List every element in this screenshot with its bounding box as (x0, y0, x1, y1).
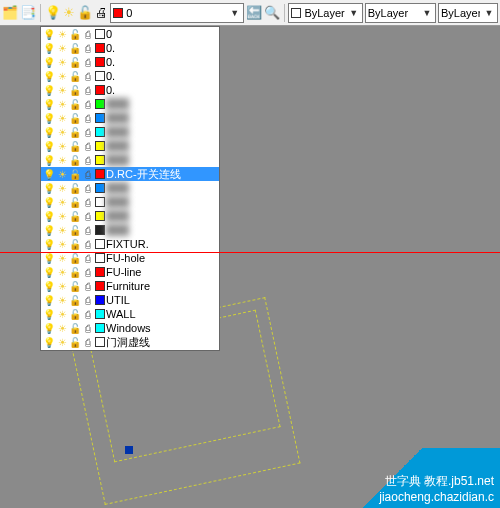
lock-icon: 🔓 (69, 70, 81, 82)
plot-icon: ⎙ (82, 168, 94, 180)
layer-row[interactable]: 💡☀🔓⎙███ (41, 125, 219, 139)
lock-icon: 🔓 (69, 322, 81, 334)
sun-icon: ☀ (56, 252, 68, 264)
bulb-icon: 💡 (43, 252, 55, 264)
selection-grip[interactable] (125, 446, 133, 454)
layer-states-icon[interactable]: 📑 (20, 5, 36, 21)
layer-name: ███ (106, 140, 129, 152)
plot-icon: ⎙ (82, 140, 94, 152)
layer-color-swatch (95, 211, 105, 221)
layer-combo[interactable]: 0 ▼ (110, 3, 243, 23)
layer-row[interactable]: 💡☀🔓⎙0. (41, 69, 219, 83)
layer-name: 0. (106, 70, 115, 82)
bulb-icon: 💡 (43, 70, 55, 82)
plot-icon: ⎙ (82, 98, 94, 110)
layer-prev-icon[interactable]: 🔙 (246, 5, 262, 21)
bulb-icon: 💡 (43, 56, 55, 68)
layer-swatch (113, 8, 123, 18)
lock-icon: 🔓 (69, 140, 81, 152)
linetype-combo[interactable]: ByLayer ▼ (365, 3, 436, 23)
guide-line (0, 252, 500, 253)
bulb-icon: 💡 (43, 42, 55, 54)
plot-icon: ⎙ (82, 210, 94, 222)
lock-icon: 🔓 (69, 98, 81, 110)
layer-row[interactable]: 💡☀🔓⎙███ (41, 223, 219, 237)
layer-row[interactable]: 💡☀🔓⎙0. (41, 83, 219, 97)
layer-color-swatch (95, 85, 105, 95)
layer-row[interactable]: 💡☀🔓⎙███ (41, 97, 219, 111)
sun-icon: ☀ (56, 266, 68, 278)
plot-icon: ⎙ (82, 154, 94, 166)
color-combo[interactable]: ByLayer ▼ (288, 3, 362, 23)
layer-row[interactable]: 💡☀🔓⎙0. (41, 55, 219, 69)
bulb-icon: 💡 (43, 224, 55, 236)
lock-icon: 🔓 (69, 168, 81, 180)
layer-row[interactable]: 💡☀🔓⎙Furniture (41, 279, 219, 293)
bulb-icon: 💡 (43, 294, 55, 306)
bulb-icon[interactable]: 💡 (45, 5, 61, 21)
layer-row[interactable]: 💡☀🔓⎙FU-hole (41, 251, 219, 265)
lock-icon: 🔓 (69, 280, 81, 292)
linetype-combo-text: ByLayer (368, 7, 418, 19)
lock-icon: 🔓 (69, 112, 81, 124)
layer-name: 门洞虚线 (106, 335, 150, 350)
lock-icon: 🔓 (69, 308, 81, 320)
chevron-down-icon: ▼ (348, 8, 360, 18)
layer-row[interactable]: 💡☀🔓⎙███ (41, 111, 219, 125)
layer-row[interactable]: 💡☀🔓⎙Windows (41, 321, 219, 335)
lock-icon: 🔓 (69, 238, 81, 250)
layer-color-swatch (95, 29, 105, 39)
plot-icon: ⎙ (82, 308, 94, 320)
layer-name: ███ (106, 154, 129, 166)
bulb-icon: 💡 (43, 140, 55, 152)
layer-row[interactable]: 💡☀🔓⎙FIXTUR. (41, 237, 219, 251)
layer-name: Windows (106, 322, 151, 334)
layer-color-swatch (95, 253, 105, 263)
layer-name: UTIL (106, 294, 130, 306)
layer-row[interactable]: 💡☀🔓⎙D.RC-开关连线 (41, 167, 219, 181)
plot-icon: ⎙ (82, 42, 94, 54)
layer-row[interactable]: 💡☀🔓⎙███ (41, 181, 219, 195)
plot-icon[interactable]: 🖨 (95, 5, 108, 21)
chevron-down-icon: ▼ (421, 8, 433, 18)
sun-icon: ☀ (56, 98, 68, 110)
lock-icon: 🔓 (69, 350, 81, 351)
layer-row[interactable]: 💡☀🔓⎙███ (41, 195, 219, 209)
plot-icon: ⎙ (82, 112, 94, 124)
sun-icon: ☀ (56, 238, 68, 250)
layer-name: 0. (106, 84, 115, 96)
layer-name: FIXTUR. (106, 238, 149, 250)
layer-row[interactable]: 💡☀🔓⎙WALL (41, 307, 219, 321)
layer-dropdown-list[interactable]: 💡☀🔓⎙0💡☀🔓⎙0.💡☀🔓⎙0.💡☀🔓⎙0.💡☀🔓⎙0.💡☀🔓⎙███💡☀🔓⎙… (40, 26, 220, 351)
layer-row[interactable]: 💡☀🔓⎙FU-line (41, 265, 219, 279)
lock-icon: 🔓 (69, 210, 81, 222)
layer-name: 0. (106, 56, 115, 68)
lineweight-combo[interactable]: ByLayer ▼ (438, 3, 498, 23)
sun-icon[interactable]: ☀ (63, 5, 75, 21)
layer-row[interactable]: 💡☀🔓⎙███ (41, 209, 219, 223)
layer-row[interactable]: 💡☀🔓⎙███ (41, 153, 219, 167)
layer-name: ███ (106, 182, 129, 194)
layer-row[interactable]: 💡☀🔓⎙UTIL (41, 293, 219, 307)
plot-icon: ⎙ (82, 224, 94, 236)
sun-icon: ☀ (56, 308, 68, 320)
layer-name: ███ (106, 196, 129, 208)
layer-name: FU-line (106, 266, 141, 278)
layer-color-swatch (95, 43, 105, 53)
qlayer-icon[interactable]: 🗂️ (2, 5, 18, 21)
lock-icon[interactable]: 🔓 (77, 5, 93, 21)
lock-icon: 🔓 (69, 294, 81, 306)
layer-row[interactable]: 💡☀🔓⎙0 (41, 27, 219, 41)
layer-row[interactable]: 💡☀🔓⎙0. (41, 41, 219, 55)
plot-icon: ⎙ (82, 266, 94, 278)
layer-row[interactable]: 💡☀🔓⎙门洞虚线 (41, 335, 219, 349)
plot-icon: ⎙ (82, 280, 94, 292)
layer-match-icon[interactable]: 🔍 (264, 5, 280, 21)
bulb-icon: 💡 (43, 154, 55, 166)
lock-icon: 🔓 (69, 336, 81, 348)
chevron-down-icon: ▼ (229, 8, 241, 18)
lock-icon: 🔓 (69, 252, 81, 264)
sun-icon: ☀ (56, 280, 68, 292)
layer-color-swatch (95, 295, 105, 305)
layer-row[interactable]: 💡☀🔓⎙███ (41, 139, 219, 153)
